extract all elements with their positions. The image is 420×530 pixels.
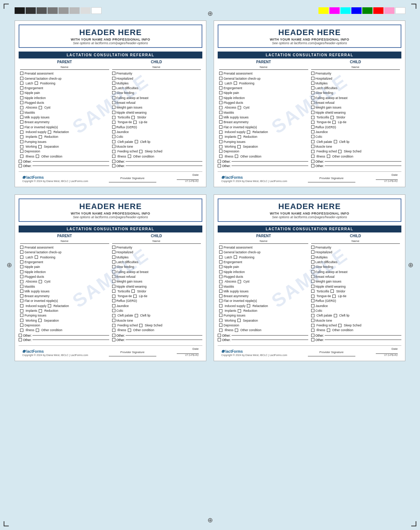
- cb[interactable]: [112, 86, 115, 90]
- crosshair-bottom: ⊕: [207, 516, 213, 524]
- other-row-1: Other:: [19, 160, 109, 163]
- page-container: ⊕ ⊕ ⊕ ⊕ SAMPLE: [0, 0, 420, 530]
- swatch-cyan: [340, 7, 351, 14]
- form-body-1: Name Prenatal assessment General lactati…: [15, 65, 206, 159]
- cb[interactable]: [112, 121, 115, 124]
- cb[interactable]: [112, 164, 115, 167]
- cb[interactable]: [112, 72, 115, 75]
- cb[interactable]: [112, 140, 115, 143]
- cb[interactable]: [112, 106, 115, 109]
- swatch-red: [373, 7, 383, 14]
- forms-grid: SAMPLE HEADER HERE WITH YOUR NAME AND PR…: [11, 20, 409, 361]
- cb[interactable]: [20, 101, 23, 104]
- cb[interactable]: [112, 82, 115, 85]
- cb[interactable]: [112, 160, 115, 163]
- cb[interactable]: [112, 101, 115, 104]
- child-item-slow: Slow feeding: [112, 91, 201, 95]
- child-item-weight: Weight gain issues: [112, 105, 201, 110]
- cb[interactable]: [112, 125, 115, 129]
- parent-item-nipple-pain: Nipple pain: [20, 91, 109, 95]
- child-item-refusal: Breast refusal: [112, 101, 201, 105]
- cb[interactable]: [20, 149, 23, 153]
- cb[interactable]: [112, 135, 115, 138]
- cb[interactable]: [20, 86, 23, 90]
- child-name-label-1: Name: [112, 65, 201, 69]
- cb[interactable]: [20, 106, 23, 109]
- swatch-gray2: [47, 7, 58, 14]
- form-footer-1: ⛃ lactForms Copyright © 2024 by Diana We…: [19, 171, 202, 184]
- cb[interactable]: [133, 121, 137, 124]
- cb[interactable]: [35, 82, 38, 85]
- cb[interactable]: [20, 96, 23, 99]
- cb[interactable]: [20, 155, 23, 158]
- title-bar-1: LACTATION CONSULTATION REFERRAL: [19, 52, 202, 58]
- color-bar-left: [15, 7, 102, 14]
- cb[interactable]: [20, 120, 23, 124]
- header-sub1-1: WITH YOUR NAME AND PROFESSIONAL INFO: [21, 38, 200, 41]
- child-label-1: CHILD: [111, 60, 203, 64]
- cb[interactable]: [38, 145, 42, 148]
- cb[interactable]: [20, 135, 23, 139]
- swatch-black: [15, 7, 25, 14]
- cb[interactable]: [112, 96, 115, 99]
- parent-label-2: PARENT: [218, 60, 310, 64]
- cb[interactable]: [139, 150, 142, 153]
- parent-item-nipple-inf: Nipple infection: [20, 96, 109, 100]
- cb[interactable]: [20, 116, 23, 119]
- date-label-1: Date: [177, 173, 199, 177]
- cb[interactable]: [19, 164, 22, 167]
- cb[interactable]: [112, 91, 115, 94]
- cb[interactable]: [112, 150, 115, 153]
- child-label-2: CHILD: [310, 60, 402, 64]
- form-card-2: SAMPLE HEADER HERE WITH YOUR NAME AND PR…: [214, 20, 405, 187]
- cb[interactable]: [20, 72, 23, 75]
- cb[interactable]: [20, 140, 23, 143]
- cb[interactable]: [20, 91, 23, 94]
- version-1: V7.0-PB-R2: [177, 180, 199, 182]
- crosshair-right: ⊕: [408, 261, 413, 269]
- form-footer-2: ⛃ lactForms Copyright © 2024 by Diana We…: [218, 171, 401, 184]
- cb[interactable]: [20, 77, 23, 80]
- cb[interactable]: [20, 125, 23, 129]
- swatch-dark: [26, 7, 36, 14]
- child-name-line-1: [112, 69, 201, 70]
- cb[interactable]: [112, 145, 115, 148]
- color-bar-right: [318, 7, 405, 14]
- cb[interactable]: [39, 106, 42, 109]
- cb[interactable]: [112, 77, 115, 80]
- cb[interactable]: [20, 145, 23, 148]
- cb[interactable]: [112, 116, 115, 119]
- corner-mark-bl: [4, 521, 9, 526]
- cb[interactable]: [135, 140, 138, 143]
- parent-item-illness: Illness Other condition: [20, 154, 109, 159]
- footer-date-1: Date V7.0-PB-R2: [177, 173, 199, 182]
- other-row-4: Other:: [112, 164, 203, 168]
- cb[interactable]: [39, 135, 42, 139]
- cb[interactable]: [112, 130, 115, 133]
- child-item-hospitalized: Hospitalized: [112, 76, 201, 81]
- swatch-green: [362, 7, 373, 14]
- child-item-tongue: Tongue-tie Lip-tie: [112, 120, 201, 124]
- other-row-3: Other:: [112, 160, 203, 163]
- swatch-yellow: [318, 7, 329, 14]
- cb[interactable]: [20, 111, 23, 114]
- cb[interactable]: [128, 155, 131, 158]
- child-item-latch: Latch difficulties: [112, 86, 201, 90]
- cb[interactable]: [112, 111, 115, 114]
- cb[interactable]: [20, 130, 23, 134]
- cb[interactable]: [19, 160, 22, 163]
- child-item-reflux: Reflux (GERD): [112, 125, 201, 129]
- form-card-1: SAMPLE HEADER HERE WITH YOUR NAME AND PR…: [15, 20, 206, 187]
- cb[interactable]: [48, 130, 51, 134]
- cb[interactable]: [131, 116, 135, 119]
- cb[interactable]: [112, 155, 115, 158]
- cb[interactable]: [36, 155, 39, 158]
- columns-header-1: PARENT CHILD: [15, 58, 206, 65]
- parent-col-1: Name Prenatal assessment General lactati…: [19, 65, 111, 159]
- header-title-1: HEADER HERE: [21, 28, 200, 37]
- swatch-gray1: [37, 7, 47, 14]
- parent-col-2: Name Prenatal assessment General lactati…: [218, 65, 310, 159]
- header-sub1-2: WITH YOUR NAME AND PROFESSIONAL INFO: [220, 38, 399, 41]
- form-card-4: SAMPLE HEADER HERE WITH YOUR NAME AND PR…: [214, 194, 405, 361]
- cb[interactable]: [20, 82, 23, 85]
